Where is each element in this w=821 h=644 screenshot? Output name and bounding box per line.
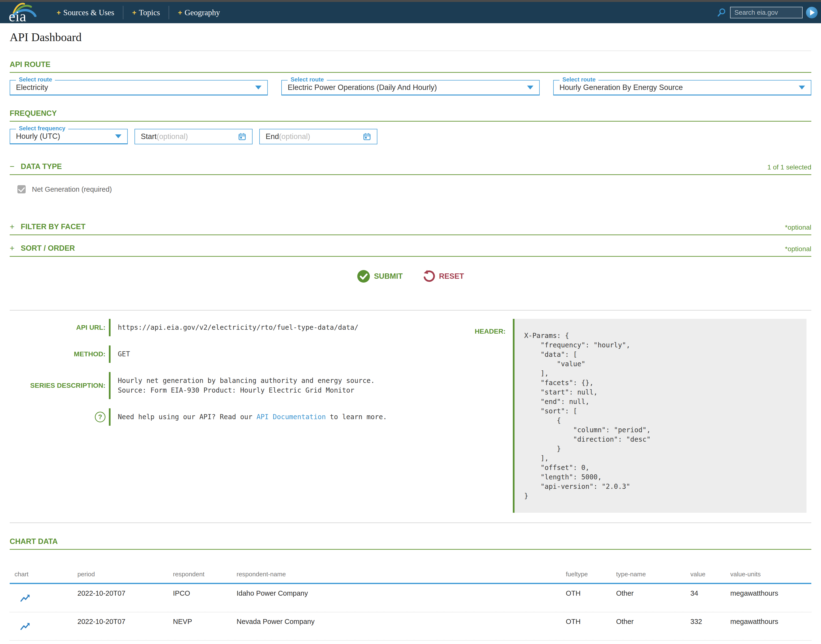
start-date-label: Start xyxy=(141,132,157,141)
col-respondent-name: respondent-name xyxy=(237,570,566,578)
chevron-down-icon xyxy=(527,86,533,89)
cell-respondent: NEVP xyxy=(173,618,237,626)
help-question-icon: ? xyxy=(95,412,106,422)
nav-item-topics[interactable]: + Topics xyxy=(132,8,160,17)
cell-fueltype: OTH xyxy=(566,589,616,597)
route-select-1[interactable]: Select route Electricity xyxy=(10,80,268,95)
frequency-select-value: Hourly (UTC) xyxy=(16,132,60,141)
cell-period: 2022-10-20T07 xyxy=(77,618,173,626)
cell-respondent: IPCO xyxy=(173,589,237,597)
method-value: GET xyxy=(118,345,130,363)
expand-icon[interactable]: + xyxy=(10,244,14,253)
table-row: 2022-10-20T07 IPCO Idaho Power Company O… xyxy=(10,584,811,612)
frequency-heading: FREQUENCY xyxy=(10,109,811,118)
plus-icon: + xyxy=(57,8,61,17)
chart-data-heading: CHART DATA xyxy=(10,537,811,546)
data-type-heading: − DATA TYPE 1 of 1 selected xyxy=(10,162,811,171)
cell-value-units: megawatthours xyxy=(730,589,811,597)
net-generation-checkbox[interactable] xyxy=(17,185,26,193)
col-value: value xyxy=(690,570,730,578)
cell-period: 2022-10-20T07 xyxy=(77,589,173,597)
nav-item-sources-uses[interactable]: + Sources & Uses xyxy=(57,8,114,17)
route-select-2-value: Electric Power Operations (Daily And Hou… xyxy=(288,83,437,92)
nav-separator xyxy=(123,6,123,19)
method-row: METHOD: GET xyxy=(10,345,443,363)
header-code: X-Params: { "frequency": "hourly", "data… xyxy=(524,331,797,501)
series-description-row: SERIES DESCRIPTION: Hourly net generatio… xyxy=(10,372,443,399)
start-date-placeholder: (optional) xyxy=(157,132,188,141)
nav-item-label: Sources & Uses xyxy=(63,8,114,17)
route-select-2-label: Select route xyxy=(288,77,327,83)
frequency-select-label: Select frequency xyxy=(16,125,68,132)
cell-type-name: Other xyxy=(616,618,690,626)
sort-order-heading: + SORT / ORDER *optional xyxy=(10,244,811,253)
calendar-icon[interactable] xyxy=(363,132,371,141)
header-code-panel: X-Params: { "frequency": "hourly", "data… xyxy=(513,319,807,513)
help-text: Need help using our API? Read our API Do… xyxy=(118,408,387,426)
col-value-units: value-units xyxy=(730,570,811,578)
table-row: 2022-10-20T07 CISO California Independen… xyxy=(10,641,811,644)
end-date-placeholder: (optional) xyxy=(279,132,310,141)
nav-item-label: Topics xyxy=(139,8,160,17)
cell-value-units: megawatthours xyxy=(730,618,811,626)
reset-undo-icon xyxy=(423,270,435,282)
table-row: 2022-10-20T07 NEVP Nevada Power Company … xyxy=(10,612,811,641)
net-generation-label: Net Generation (required) xyxy=(32,186,112,193)
route-select-2[interactable]: Select route Electric Power Operations (… xyxy=(281,80,540,95)
table-body: 2022-10-20T07 IPCO Idaho Power Company O… xyxy=(10,584,811,644)
section-rule xyxy=(10,256,811,257)
help-text-after: to learn more. xyxy=(326,413,387,421)
search-go-button[interactable] xyxy=(806,7,818,18)
search-input[interactable] xyxy=(730,7,803,18)
end-date-field[interactable]: End (optional) xyxy=(259,129,377,144)
section-rule xyxy=(10,174,811,175)
collapse-icon[interactable]: − xyxy=(10,162,14,171)
route-select-3-label: Select route xyxy=(560,77,598,83)
col-chart: chart xyxy=(10,570,77,578)
cell-value: 34 xyxy=(690,589,730,597)
api-documentation-link[interactable]: API Documentation xyxy=(257,413,326,421)
series-description-label: SERIES DESCRIPTION: xyxy=(10,382,109,389)
filter-facet-heading: + FILTER BY FACET *optional xyxy=(10,222,811,232)
page-title: API Dashboard xyxy=(10,23,811,51)
nav-item-label: Geography xyxy=(184,8,220,17)
expand-icon[interactable]: + xyxy=(10,222,14,232)
nav-item-geography[interactable]: + Geography xyxy=(178,8,220,17)
table-header-row: chart period respondent respondent-name … xyxy=(10,550,811,583)
cell-respondent-name: Idaho Power Company xyxy=(237,589,566,597)
window-chrome-strip xyxy=(0,0,821,2)
green-bar xyxy=(109,372,111,399)
chevron-down-icon xyxy=(115,134,121,138)
chevron-down-icon xyxy=(799,86,805,89)
api-url-row: API URL: https://api.eia.gov/v2/electric… xyxy=(10,319,443,336)
submit-button[interactable]: SUBMIT xyxy=(357,270,403,283)
search-icon xyxy=(716,8,727,18)
route-select-3[interactable]: Select route Hourly Generation By Energy… xyxy=(553,80,811,95)
line-chart-icon[interactable] xyxy=(20,593,31,604)
route-select-1-label: Select route xyxy=(16,77,55,83)
frequency-select[interactable]: Select frequency Hourly (UTC) xyxy=(10,129,128,144)
reset-button[interactable]: RESET xyxy=(423,270,464,282)
line-chart-icon[interactable] xyxy=(20,621,31,632)
eia-logo-text: eia xyxy=(9,9,26,24)
plus-icon: + xyxy=(178,8,182,17)
start-date-field[interactable]: Start (optional) xyxy=(134,129,252,144)
help-text-before: Need help using our API? Read our xyxy=(118,413,257,421)
green-bar xyxy=(109,408,111,426)
api-url-value: https://api.eia.gov/v2/electricity/rto/f… xyxy=(118,319,358,336)
col-respondent: respondent xyxy=(173,570,237,578)
section-rule xyxy=(10,235,811,235)
api-route-heading: API ROUTE xyxy=(10,60,811,69)
help-row: ? Need help using our API? Read our API … xyxy=(10,408,443,426)
plus-icon: + xyxy=(132,8,137,17)
green-bar xyxy=(109,345,111,363)
route-select-1-value: Electricity xyxy=(16,83,48,92)
sort-order-optional: *optional xyxy=(785,245,811,253)
reset-label: RESET xyxy=(439,272,464,281)
data-type-selected-count: 1 of 1 selected xyxy=(767,163,811,171)
calendar-icon[interactable] xyxy=(238,132,246,141)
cell-fueltype: OTH xyxy=(566,618,616,626)
col-type-name: type-name xyxy=(616,570,690,578)
eia-logo[interactable]: eia xyxy=(7,2,39,23)
divider xyxy=(10,523,811,523)
